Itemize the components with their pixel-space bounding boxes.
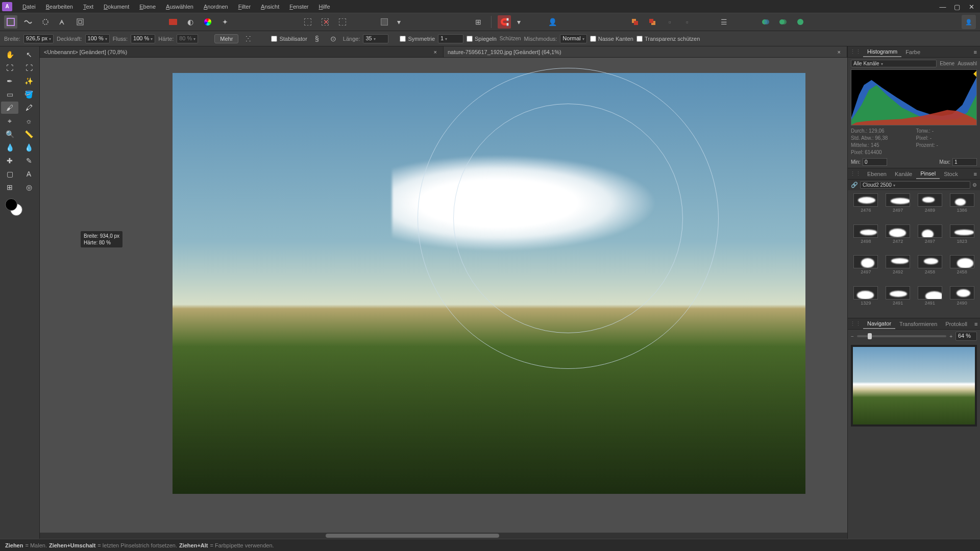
drag-handle-icon[interactable]: ⋮⋮ <box>848 320 863 327</box>
pressure-icon[interactable]: ⵘ <box>241 32 255 45</box>
tab-histogram[interactable]: Histogramm <box>863 47 901 57</box>
flood-fill-icon[interactable]: 🪣 <box>20 88 38 101</box>
tab-stock[interactable]: Stock <box>940 169 962 179</box>
tab-transform[interactable]: Transformieren <box>895 319 941 329</box>
brush-preset[interactable]: 2458 <box>947 255 977 284</box>
maximize-icon[interactable]: ▢ <box>953 3 961 10</box>
brush-preset[interactable]: 2476 <box>851 193 881 222</box>
brush-preset[interactable]: 2458 <box>915 255 945 284</box>
stock1-icon[interactable] <box>759 15 772 29</box>
window-mode-icon[interactable]: ⊙ <box>327 32 340 45</box>
tab-brushes[interactable]: Pinsel <box>916 169 940 179</box>
dodge-tool-icon[interactable]: ☼ <box>20 115 38 127</box>
zoom-in-button[interactable]: + <box>949 334 952 339</box>
photo-persona-icon[interactable] <box>4 15 17 29</box>
target-tool-icon[interactable]: ◎ <box>20 181 38 193</box>
brush-preset[interactable]: 2492 <box>883 255 913 284</box>
tab-navigator[interactable]: Navigator <box>863 319 895 329</box>
tab-color[interactable]: Farbe <box>901 47 924 57</box>
color-swatches[interactable] <box>1 197 38 218</box>
brush-preset[interactable]: 2497 <box>883 193 913 222</box>
quickmask-drop-icon[interactable]: ▾ <box>395 15 402 29</box>
eyedropper-icon[interactable]: 💧 <box>1 141 18 154</box>
minimize-icon[interactable]: — <box>939 3 946 10</box>
panel-menu-icon[interactable]: ≡ <box>971 321 980 327</box>
close-tab-icon[interactable]: × <box>836 49 843 55</box>
selection-cancel-icon[interactable]: ✕ <box>318 15 332 29</box>
protect-button[interactable]: Schützen <box>500 36 521 41</box>
crop-tool-icon[interactable]: ⛶ <box>20 62 38 74</box>
zoom-tool-icon[interactable]: 🔍 <box>1 128 18 140</box>
brush-preset[interactable]: 1386 <box>947 193 977 222</box>
move-tool-icon[interactable]: ↖ <box>20 48 38 61</box>
mesh-warp-icon[interactable]: ⊞ <box>1 181 18 193</box>
brush-preset[interactable]: 1823 <box>947 224 977 254</box>
brush-options-icon[interactable]: ⚙ <box>972 182 977 188</box>
brush-preset[interactable]: 2491 <box>915 286 945 315</box>
swatch-square-icon[interactable] <box>166 15 180 29</box>
panel-menu-icon[interactable]: ≡ <box>971 49 980 55</box>
zoom-out-button[interactable]: − <box>851 334 854 339</box>
image-canvas[interactable] <box>173 73 805 494</box>
tab-history[interactable]: Protokoll <box>941 319 971 329</box>
flood-select-icon[interactable]: ✨ <box>20 75 38 87</box>
marquee-tool-icon[interactable]: ▭ <box>1 88 18 101</box>
zoom-slider[interactable] <box>857 335 946 337</box>
healing-brush-icon[interactable]: ✚ <box>1 155 18 167</box>
hand-tool-icon[interactable]: ✋ <box>1 48 18 61</box>
auswahl-button[interactable]: Auswahl <box>958 61 977 66</box>
ebene-button[interactable]: Ebene <box>940 61 954 66</box>
liquify-persona-icon[interactable] <box>21 15 35 29</box>
text-tool-icon[interactable]: A <box>20 168 38 180</box>
stock3-icon[interactable] <box>794 15 807 29</box>
brush-preset[interactable]: 2498 <box>851 224 881 254</box>
color-picker-icon[interactable]: ⛶ <box>1 62 18 74</box>
channel-select[interactable]: Alle Kanäle <box>851 60 937 67</box>
rope-mode-icon[interactable]: § <box>310 32 324 45</box>
snapping-drop-icon[interactable]: ▾ <box>515 15 522 29</box>
more-button[interactable]: Mehr <box>214 34 238 43</box>
menu-fenster[interactable]: Fenster <box>284 2 313 12</box>
brush-preset[interactable]: 2472 <box>883 224 913 254</box>
hardness-input[interactable]: 80 % <box>177 34 198 43</box>
document-tab[interactable]: <Unbenannt> [Geändert] (70,8%)× <box>40 46 444 57</box>
menu-datei[interactable]: Datei <box>17 2 41 12</box>
drag-handle-icon[interactable]: ⋮⋮ <box>848 48 863 55</box>
opacity-input[interactable]: 100 % <box>85 34 110 43</box>
brush-preset[interactable]: 1329 <box>851 286 881 315</box>
selection-brush-icon[interactable]: ✒ <box>1 75 18 87</box>
menu-bearbeiten[interactable]: Bearbeiten <box>41 2 78 12</box>
develop-persona-icon[interactable] <box>39 15 52 29</box>
quickmask-icon[interactable] <box>378 15 391 29</box>
tab-channels[interactable]: Kanäle <box>891 169 916 179</box>
measure-tool-icon[interactable]: 📏 <box>20 128 38 140</box>
brush-set-select[interactable]: Cloud2 2500 <box>860 181 970 189</box>
navigator-preview[interactable] <box>851 345 977 427</box>
auto-wb-icon[interactable]: ✦ <box>218 15 232 29</box>
menu-filter[interactable]: Filter <box>233 2 256 12</box>
document-tab[interactable]: nature-7595617_1920.jpg [Geändert] (64,1… <box>444 46 847 57</box>
blur-tool-icon[interactable]: 💧 <box>20 141 38 154</box>
close-icon[interactable]: ✕ <box>968 3 975 10</box>
selection-all-icon[interactable] <box>336 15 349 29</box>
histo-min-input[interactable] <box>863 158 887 166</box>
menu-ansicht[interactable]: Ansicht <box>256 2 284 12</box>
blendmode-select[interactable]: Normal <box>560 34 586 43</box>
menu-auswählen[interactable]: Auswählen <box>161 2 199 12</box>
symmetry-check[interactable]: Symmetrie <box>400 36 435 42</box>
color-wheel-icon[interactable] <box>201 15 214 29</box>
snapping-icon[interactable]: 🧲 <box>498 15 511 29</box>
menu-dokument[interactable]: Dokument <box>99 2 134 12</box>
fg-swatch[interactable] <box>5 198 17 211</box>
wetedges-check[interactable]: Nasse Kanten <box>590 36 633 42</box>
drag-handle-icon[interactable]: ⋮⋮ <box>848 170 863 177</box>
stabilizer-check[interactable]: Stabilisator <box>271 36 307 42</box>
crop-toggle-icon[interactable]: ⊞ <box>472 15 485 29</box>
shape-tool-icon[interactable]: ▢ <box>1 168 18 180</box>
arrange-back-icon[interactable] <box>646 15 659 29</box>
autolevels-icon[interactable]: ◐ <box>184 15 197 29</box>
width-input[interactable]: 926,5 px <box>23 34 54 43</box>
menu-anordnen[interactable]: Anordnen <box>199 2 233 12</box>
protect-alpha-check[interactable]: Transparenz schützen <box>636 36 700 42</box>
paint-brush-icon[interactable]: 🖌 <box>1 102 18 114</box>
